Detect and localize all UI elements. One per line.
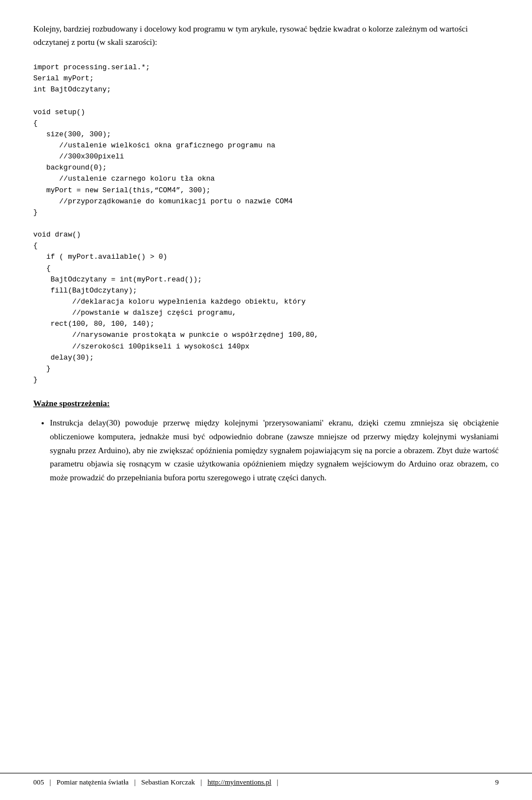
bullet-list: Instrukcja delay(30) powoduje przerwę mi… — [50, 416, 499, 485]
important-section: Ważne spostrzeżenia: Instrukcja delay(30… — [33, 399, 499, 485]
footer-title: Pomiar natężenia światła — [57, 778, 129, 787]
footer-author: Sebastian Korczak — [141, 778, 195, 787]
intro-paragraph: Kolejny, bardziej rozbudowany i docelowy… — [33, 22, 499, 49]
footer-sep-3: | — [201, 778, 202, 787]
bullet-item: Instrukcja delay(30) powoduje przerwę mi… — [50, 416, 499, 485]
footer-sep-2: | — [134, 778, 136, 787]
footer-sep-1: | — [50, 778, 52, 787]
footer-page-number: 005 — [33, 778, 44, 787]
section-title: Ważne spostrzeżenia: — [33, 399, 499, 408]
footer-url[interactable]: http://myinventions.pl — [207, 778, 271, 787]
footer: 005 | Pomiar natężenia światła | Sebasti… — [0, 773, 532, 787]
footer-page: 9 — [495, 778, 499, 787]
code-block: import processing.serial.*; Serial myPor… — [33, 62, 499, 386]
footer-sep-4: | — [277, 778, 279, 787]
